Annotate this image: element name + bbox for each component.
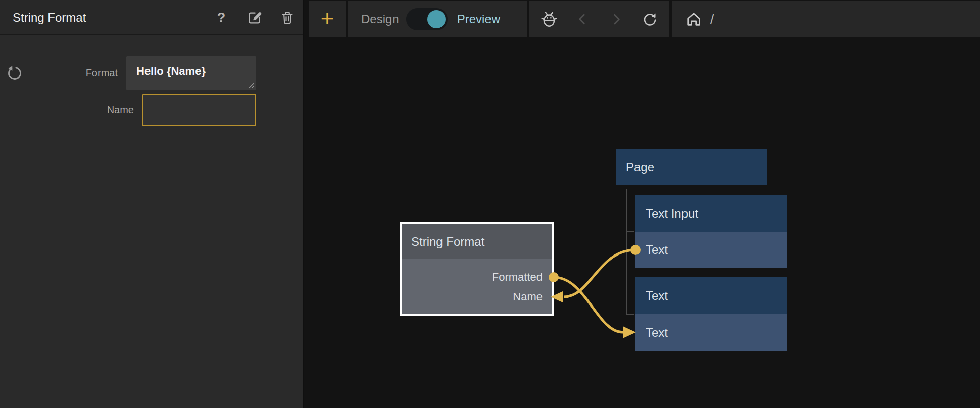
add-node-button[interactable]: + (309, 1, 346, 37)
mode-section: Design Preview (348, 1, 527, 37)
name-input[interactable] (142, 94, 256, 126)
help-button[interactable]: ? (212, 0, 230, 35)
debug-bug-icon (540, 10, 559, 29)
property-panel: String Format ? Format Hello {Name} (0, 0, 304, 408)
property-panel-header: String Format ? (0, 0, 303, 35)
port-label: Text (646, 326, 668, 340)
node-title: Text Input (646, 207, 698, 221)
format-value: Hello {Name} (136, 65, 206, 77)
debug-button[interactable] (540, 10, 559, 29)
trash-icon (280, 10, 295, 25)
nav-forward-icon (610, 13, 623, 26)
refresh-icon (641, 10, 659, 28)
format-textarea[interactable]: Hello {Name} (126, 56, 256, 90)
node-page[interactable]: Page (616, 149, 767, 185)
port-label: Text (646, 243, 668, 257)
refresh-button[interactable] (640, 10, 659, 29)
plus-icon: + (321, 7, 334, 30)
nav-forward-button[interactable] (607, 10, 626, 29)
help-icon: ? (217, 10, 226, 26)
node-text-input-port-text[interactable]: Text (635, 232, 787, 268)
node-string-format-header: String Format (402, 224, 552, 259)
node-graph-canvas[interactable]: Page Text Input Text Text Text String Fo… (304, 37, 980, 408)
node-title: Text (646, 289, 668, 303)
connection-formatted-to-text[interactable] (554, 277, 623, 332)
resize-handle[interactable] (247, 81, 255, 89)
url-bar-section: / (672, 1, 980, 37)
toolbar: + Design Preview (304, 0, 980, 37)
port-formatted[interactable]: Formatted (492, 271, 543, 284)
design-mode-label[interactable]: Design (361, 12, 399, 26)
home-icon (685, 11, 702, 28)
preview-mode-label[interactable]: Preview (457, 12, 500, 26)
reset-button[interactable] (6, 65, 22, 81)
node-string-format-body: Formatted Name (402, 259, 552, 314)
node-title: String Format (411, 235, 484, 249)
name-property-label: Name (30, 104, 134, 116)
node-string-format-selected[interactable]: String Format Formatted Name (400, 222, 554, 316)
nav-back-icon (576, 13, 589, 26)
node-text-input[interactable]: Text Input Text (635, 195, 787, 268)
url-path: / (710, 12, 714, 27)
node-page-header: Page (616, 149, 767, 185)
tree-connector-tick (626, 231, 634, 232)
design-preview-toggle[interactable] (406, 8, 448, 30)
port-name[interactable]: Name (513, 290, 543, 303)
node-text-port-text[interactable]: Text (635, 314, 787, 351)
format-property-label: Format (30, 67, 118, 79)
tree-connector-line (626, 189, 627, 314)
toggle-knob (427, 10, 446, 28)
reset-icon (6, 65, 22, 81)
home-button[interactable] (684, 10, 703, 29)
delete-button[interactable] (278, 0, 297, 35)
edit-button[interactable] (246, 0, 264, 35)
connection-arrowhead (623, 327, 636, 338)
node-title: Page (626, 160, 654, 174)
debug-section (529, 1, 669, 37)
node-text-header: Text (635, 277, 787, 314)
node-text-input-header: Text Input (635, 195, 787, 232)
panel-title: String Format (13, 0, 86, 35)
node-text[interactable]: Text Text (635, 277, 787, 351)
nav-back-button[interactable] (573, 10, 592, 29)
edit-icon (247, 10, 263, 26)
connection-textinput-to-name[interactable] (564, 250, 635, 297)
tree-connector-tick (626, 314, 634, 315)
